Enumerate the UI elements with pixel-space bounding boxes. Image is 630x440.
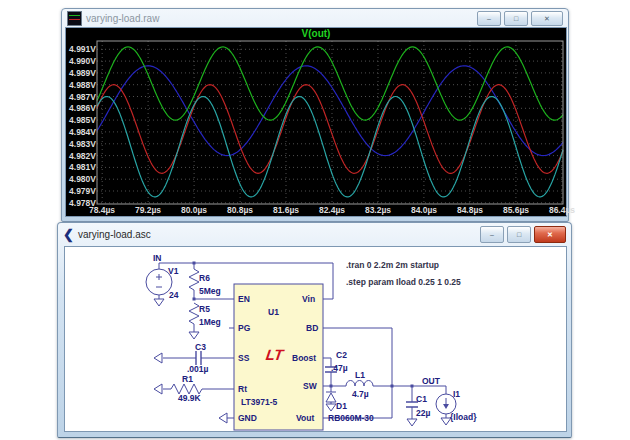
maximize-icon[interactable]: □ [504, 11, 528, 26]
waveform-trace-blue [97, 66, 563, 156]
minimize-icon[interactable]: – [477, 11, 501, 26]
net-label-out: OUT [422, 376, 440, 386]
value-c1: 22µ [416, 408, 430, 418]
pin-boost: Boost [292, 353, 316, 363]
value-r5: 1Meg [199, 317, 221, 327]
y-axis-tick-label: 4.988V [67, 80, 96, 90]
spice-directive-tran: .tran 0 2.2m 2m startup [346, 260, 439, 270]
label-r1: R1 [182, 374, 193, 384]
pin-gnd: GND [238, 413, 257, 423]
ground-icon [189, 332, 199, 339]
maximize-icon[interactable]: □ [507, 226, 531, 243]
x-axis-tick-label: 80.8µs [220, 205, 260, 215]
waveform-trace-cyan [97, 97, 563, 197]
y-axis-tick-label: 4.982V [67, 151, 96, 161]
component-r6-resistor[interactable] [189, 269, 199, 293]
label-d1: D1 [336, 401, 347, 411]
value-v1: 24 [169, 290, 178, 300]
close-icon[interactable]: ✕ [531, 11, 563, 26]
spice-directive-step: .step param Iload 0.25 1 0.25 [346, 277, 461, 287]
x-axis-tick-label: 79.2µs [128, 205, 168, 215]
desktop: { "app": "LTspice", "windows": { "raw": … [0, 0, 630, 440]
plot-grid [97, 41, 563, 204]
ground-icon [154, 384, 162, 394]
schematic-canvas[interactable]: IN V1 24 R6 5Meg R5 1Meg C3 .001µ R1 49.… [64, 246, 567, 432]
y-axis-tick-label: 4.986V [67, 103, 96, 113]
window-waveform-viewer: varying-load.raw – □ ✕ V(out) 4.991V4.99… [61, 8, 569, 222]
y-axis-tick-label: 4.979V [67, 186, 96, 196]
x-axis-tick-label: 82.4µs [312, 205, 352, 215]
pin-rt: Rt [238, 384, 247, 394]
pin-sw: SW [303, 381, 317, 391]
waveform-window-title: varying-load.raw [86, 13, 474, 24]
waveform-titlebar[interactable]: varying-load.raw – □ ✕ [62, 9, 568, 27]
ground-icon [407, 419, 417, 426]
component-d1-diode[interactable] [326, 392, 336, 402]
y-axis-tick-label: 4.984V [67, 127, 96, 137]
x-axis-tick-label: 80.0µs [174, 205, 214, 215]
waveform-trace-red [97, 85, 563, 174]
label-v1: V1 [168, 266, 178, 276]
close-icon[interactable]: ✕ [534, 226, 566, 243]
label-r5: R5 [199, 304, 210, 314]
y-axis-tick-label: 4.987V [67, 92, 96, 102]
label-r6: R6 [199, 273, 210, 283]
value-i1: {Iload} [450, 412, 476, 422]
value-c2: .47µ [331, 363, 348, 373]
minimize-icon[interactable]: – [480, 226, 504, 243]
label-c1: C1 [416, 394, 427, 404]
pin-bd: BD [306, 323, 318, 333]
y-axis-tick-label: 4.990V [67, 56, 96, 66]
x-axis-tick-label: 85.6µs [496, 205, 536, 215]
component-r5-resistor[interactable] [189, 303, 199, 327]
label-c3: C3 [195, 342, 206, 352]
x-axis-tick-label: 78.4µs [82, 205, 122, 215]
ltspice-logo-icon: ❮ [63, 228, 74, 241]
ground-icon [154, 353, 162, 363]
x-axis-tick-label: 86.4µs [542, 205, 582, 215]
y-axis-tick-label: 4.989V [67, 68, 96, 78]
ground-icon [326, 404, 336, 411]
value-r6: 5Meg [199, 286, 221, 296]
pin-pg: PG [238, 323, 250, 333]
label-u1: U1 [268, 307, 279, 317]
waveform-plot-pane[interactable]: V(out) 4.991V4.990V4.989V4.988V4.987V4.9… [65, 27, 567, 217]
pin-ss: SS [238, 353, 249, 363]
pin-vout: Vout [296, 413, 314, 423]
schematic-drawing [65, 247, 566, 431]
ground-icon [219, 413, 227, 423]
y-axis-tick-label: 4.980V [67, 174, 96, 184]
x-axis-tick-label: 81.6µs [266, 205, 306, 215]
component-l1-inductor[interactable] [346, 381, 373, 387]
pin-en: EN [238, 294, 250, 304]
x-axis-tick-label: 83.2µs [358, 205, 398, 215]
y-axis-tick-label: 4.985V [67, 115, 96, 125]
waveform-file-icon [67, 11, 82, 26]
label-part-number: LT3971-5 [241, 397, 277, 407]
label-c2: C2 [336, 350, 347, 360]
value-c3: .001µ [187, 364, 208, 374]
value-l1: 4.7µ [352, 389, 369, 399]
y-axis-tick-label: 4.983V [67, 139, 96, 149]
lt-logo: LT [265, 347, 284, 363]
value-r1: 49.9K [178, 393, 201, 403]
component-c3-capacitor[interactable] [196, 351, 201, 365]
y-axis-tick-label: 4.991V [67, 44, 96, 54]
net-label-in: IN [153, 253, 162, 263]
x-axis-tick-label: 84.8µs [450, 205, 490, 215]
value-d1: RB060M-30 [328, 413, 374, 423]
y-axis-tick-label: 4.981V [67, 162, 96, 172]
schematic-window-title: varying-load.asc [78, 229, 477, 240]
schematic-titlebar[interactable]: ❮ varying-load.asc – □ ✕ [58, 223, 571, 245]
ground-icon [154, 299, 164, 306]
waveform-chart [66, 28, 566, 216]
window-schematic-editor: ❮ varying-load.asc – □ ✕ [57, 222, 572, 438]
label-i1: I1 [453, 389, 460, 399]
label-l1: L1 [355, 370, 365, 380]
pin-vin: Vin [302, 294, 315, 304]
x-axis-tick-label: 84.0µs [404, 205, 444, 215]
